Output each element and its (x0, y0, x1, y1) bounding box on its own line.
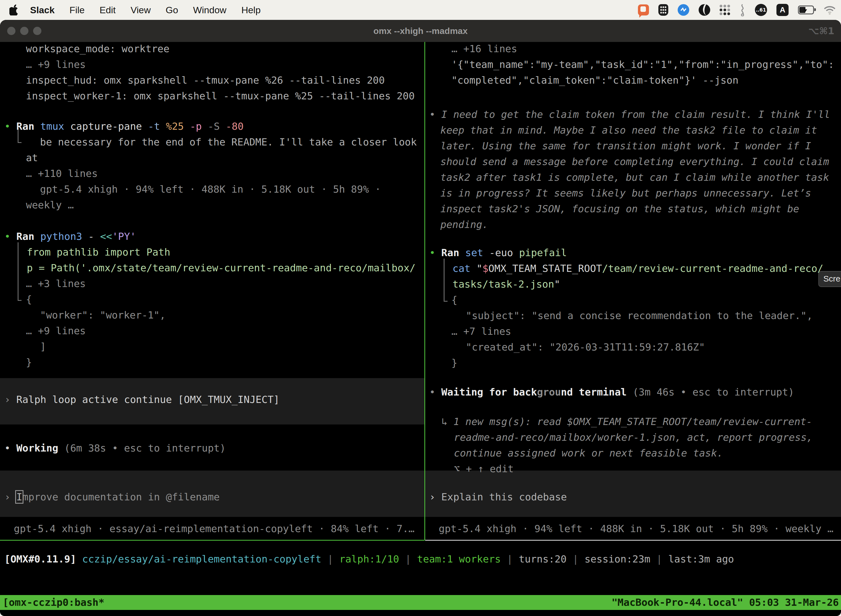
menu-item-view[interactable]: View (123, 5, 158, 15)
window-titlebar[interactable]: omx --xhigh --madmax ⌥⌘1 (0, 20, 841, 42)
tmux-session-label: [omx-cczip0:bash* (3, 595, 104, 610)
tmux-host-and-clock: "MacBook-Pro-44.local" 05:03 31-Mar-26 (611, 595, 839, 610)
wifi-icon[interactable] (823, 5, 836, 15)
chat-app-icon[interactable] (638, 4, 649, 15)
crescent-app-icon[interactable] (699, 4, 710, 16)
zoom-window-button[interactable] (33, 27, 41, 35)
window-shortcut-hint: ⌥⌘1 (809, 20, 834, 42)
menu-item-window[interactable]: Window (186, 5, 234, 15)
battery-icon[interactable] (798, 6, 814, 14)
tmux-status-bar: [omx-cczip0:bash* "MacBook-Pro-44.local"… (0, 595, 841, 610)
apple-menu-icon[interactable] (9, 4, 19, 15)
keypad-shield-icon[interactable] (658, 4, 668, 16)
dots-grid-icon[interactable] (719, 5, 730, 15)
menu-item-edit[interactable]: Edit (92, 5, 123, 15)
menu-item-slack[interactable]: Slack (23, 5, 62, 15)
squiggle-icon[interactable] (740, 4, 746, 16)
menu-bar: SlackFileEditViewGoWindowHelp ..61 A (0, 0, 841, 20)
menu-item-file[interactable]: File (62, 5, 92, 15)
close-window-button[interactable] (7, 27, 15, 35)
spark-badge-icon[interactable] (678, 4, 689, 16)
minimize-window-button[interactable] (20, 27, 28, 35)
menu-status-icons: ..61 A (638, 0, 836, 20)
terminal-window: omx --xhigh --madmax ⌥⌘1 (0, 20, 841, 616)
badge-61-icon[interactable]: ..61 (755, 4, 767, 16)
menu-item-go[interactable]: Go (158, 5, 185, 15)
window-title: omx --xhigh --madmax (0, 20, 841, 42)
menu-items: SlackFileEditViewGoWindowHelp (23, 5, 268, 15)
letter-a-badge-icon[interactable]: A (777, 4, 788, 16)
menu-item-help[interactable]: Help (234, 5, 268, 15)
screen-tooltip: Scre (818, 271, 841, 287)
